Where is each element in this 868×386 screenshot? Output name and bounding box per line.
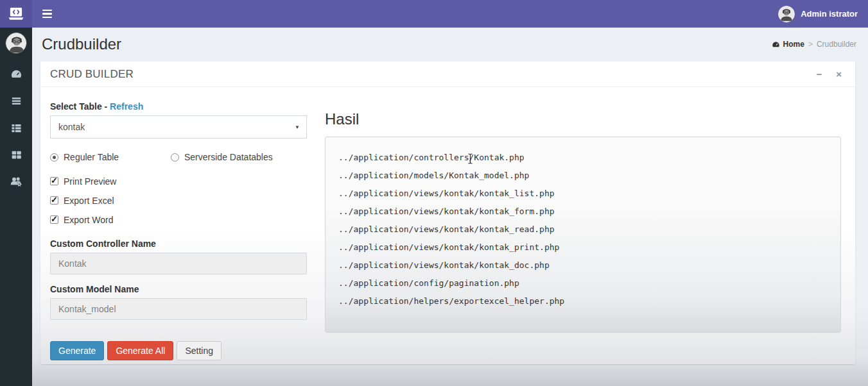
sidebar-item-table[interactable] <box>0 141 32 168</box>
content-header: Crudbuilder Home > Crudbuilder <box>32 28 868 60</box>
generate-button[interactable]: Generate <box>50 341 104 360</box>
model-name-label: Custom Model Name <box>50 284 307 294</box>
sidebar-item-table-list[interactable] <box>0 114 32 141</box>
table-select[interactable]: kontak ▼ <box>50 115 307 138</box>
user-menu[interactable]: Admin istrator <box>778 6 868 22</box>
breadcrumb-separator: > <box>808 40 813 49</box>
generate-all-button[interactable]: Generate All <box>107 341 173 360</box>
refresh-link[interactable]: Refresh <box>110 101 143 112</box>
generated-files-panel: ../application/controllers/Kontak.php../… <box>325 137 841 333</box>
sidebar <box>0 0 32 386</box>
breadcrumb-home-label: Home <box>783 40 804 49</box>
sidebar-toggle-button[interactable] <box>32 0 62 28</box>
collapse-icon[interactable]: − <box>812 68 826 80</box>
checkbox-control <box>50 177 58 185</box>
checkbox-export-excel[interactable]: Export Excel <box>50 195 307 206</box>
action-buttons: Generate Generate All Setting <box>50 341 307 360</box>
table-type-options: Reguler Table Serverside Datatables <box>50 152 307 162</box>
user-name: Admin istrator <box>801 9 858 19</box>
table-select-value: kontak <box>58 122 85 132</box>
model-name-input[interactable] <box>50 298 307 320</box>
sidebar-item-menu[interactable] <box>0 87 32 114</box>
generated-file-path: ../application/views/kontak/kontak_doc.p… <box>338 256 828 274</box>
checkbox-export-word[interactable]: Export Word <box>50 214 307 225</box>
result-title: Hasil <box>325 110 841 128</box>
generated-files-list: ../application/controllers/Kontak.php../… <box>338 149 828 310</box>
crud-builder-panel: CRUD BUILDER − × Select Table - Refresh … <box>40 62 855 364</box>
menu-bars-icon <box>10 95 22 107</box>
setting-button[interactable]: Setting <box>177 341 221 360</box>
generated-file-path: ../application/config/pagination.php <box>338 274 828 292</box>
generated-file-path: ../application/views/kontak/kontak_read.… <box>338 221 828 239</box>
radio-reguler-table[interactable]: Reguler Table <box>50 152 171 162</box>
generated-file-path: ../application/models/Kontak_model.php <box>338 167 828 185</box>
users-gear-icon <box>10 175 22 188</box>
checkbox-control <box>50 196 58 205</box>
dashboard-icon <box>772 40 780 49</box>
panel-body: Select Table - Refresh kontak ▼ Reguler … <box>40 87 855 360</box>
sidebar-user-avatar[interactable] <box>5 32 27 54</box>
panel-tools: − × <box>812 68 846 80</box>
select-caret-icon: ▼ <box>295 124 300 130</box>
top-navbar: Admin istrator <box>32 0 868 28</box>
panel-title: CRUD BUILDER <box>50 68 134 81</box>
controller-name-label: Custom Controller Name <box>50 239 307 249</box>
panel-header: CRUD BUILDER − × <box>40 62 855 87</box>
content-area: Crudbuilder Home > Crudbuilder CRUD BUIL… <box>32 28 868 386</box>
generated-file-path: ../application/views/kontak/kontak_list.… <box>338 185 828 203</box>
generated-file-path: ../application/views/kontak/kontak_print… <box>338 239 828 256</box>
select-table-label: Select Table - Refresh <box>50 101 307 112</box>
checkbox-print-preview[interactable]: Print Preview <box>50 176 307 187</box>
sidebar-menu <box>0 60 32 195</box>
page-title: Crudbuilder <box>42 35 121 53</box>
sidebar-item-dashboard[interactable] <box>0 60 32 87</box>
table-list-icon <box>10 122 22 134</box>
result-section: Hasil ../application/controllers/Kontak.… <box>325 101 841 360</box>
generated-file-path: ../application/views/kontak/kontak_form.… <box>338 203 828 221</box>
breadcrumb: Home > Crudbuilder <box>772 40 856 49</box>
breadcrumb-current: Crudbuilder <box>817 40 856 49</box>
sidebar-item-users[interactable] <box>0 168 32 195</box>
controller-name-input[interactable] <box>50 253 307 274</box>
breadcrumb-home[interactable]: Home <box>772 40 804 49</box>
dashboard-icon <box>10 68 22 80</box>
table-grid-icon <box>10 149 22 161</box>
laptop-code-icon <box>7 6 25 22</box>
radio-control <box>50 153 58 162</box>
user-avatar <box>778 6 795 22</box>
generated-file-path: ../application/controllers/Kontak.php <box>338 149 828 167</box>
text-cursor <box>467 153 473 164</box>
radio-serverside-datatables[interactable]: Serverside Datatables <box>171 152 273 162</box>
generated-file-path: ../application/helpers/exportexcel_helpe… <box>338 292 828 310</box>
close-icon[interactable]: × <box>832 68 846 80</box>
checkbox-control <box>50 215 58 224</box>
app-logo[interactable] <box>0 0 32 28</box>
crud-form: Select Table - Refresh kontak ▼ Reguler … <box>50 101 307 360</box>
radio-control <box>171 153 179 162</box>
